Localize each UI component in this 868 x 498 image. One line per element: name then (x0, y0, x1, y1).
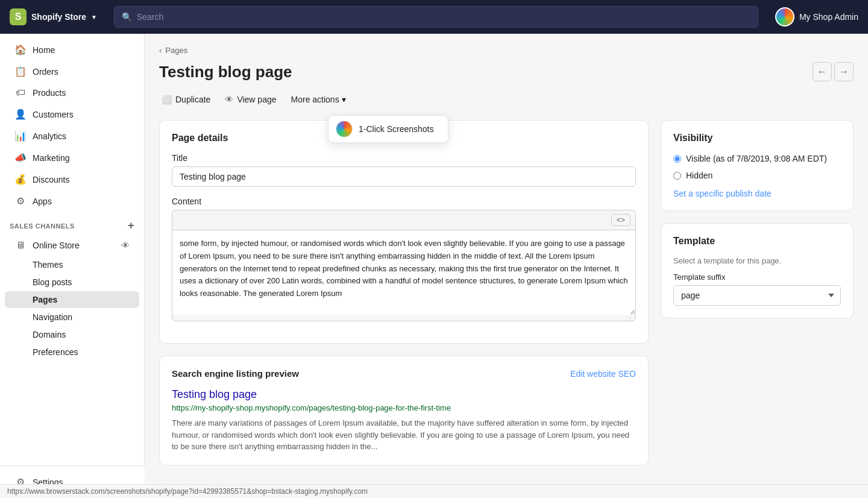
sales-channels-section: SALES CHANNELS + (0, 212, 144, 235)
sidebar-item-marketing[interactable]: 📣 Marketing (5, 147, 139, 168)
hidden-label: Hidden (686, 170, 712, 182)
visible-label: Visible (as of 7/8/2019, 9:08 AM EDT) (686, 153, 827, 165)
eye-icon: 👁 (121, 241, 130, 250)
sidebar-item-online-store[interactable]: 🖥 Online Store 👁 (5, 235, 139, 256)
dropdown-item-label[interactable]: 1-Click Screenshots (359, 124, 434, 134)
search-icon: 🔍 (122, 12, 132, 22)
preferences-label: Preferences (33, 347, 78, 357)
content-grid: Page details Title Content <> some form,… (159, 120, 854, 465)
hidden-option: Hidden (673, 170, 841, 182)
dropdown-popup: 1-Click Screenshots (328, 115, 448, 143)
products-icon: 🏷 (14, 87, 27, 98)
home-icon: 🏠 (14, 44, 27, 55)
editor-toolbar: <> (172, 210, 635, 230)
seo-preview-desc: There are many variations of passages of… (172, 417, 636, 453)
themes-label: Themes (33, 260, 63, 269)
customers-icon: 👤 (14, 109, 27, 120)
duplicate-label: Duplicate (175, 95, 210, 104)
more-actions-label: More actions (291, 95, 339, 104)
source-button[interactable]: <> (611, 214, 631, 226)
title-field-group: Title (172, 153, 636, 187)
sidebar-item-analytics[interactable]: 📊 Analytics (5, 125, 139, 147)
content-editor: <> some form, by injected humour, or ran… (172, 210, 636, 321)
sidebar-label-customers: Customers (33, 110, 74, 119)
duplicate-icon: ⬜ (162, 95, 172, 104)
sidebar-label-apps: Apps (33, 197, 52, 206)
eye-view-icon: 👁 (225, 95, 233, 104)
visibility-card: Visibility Visible (as of 7/8/2019, 9:08… (661, 120, 854, 211)
brand[interactable]: S Shopify Store ▼ (10, 8, 97, 25)
page-title: Testing blog page (159, 63, 292, 81)
visible-option: Visible (as of 7/8/2019, 9:08 AM EDT) (673, 153, 841, 165)
breadcrumb[interactable]: ‹ Pages (159, 46, 854, 55)
seo-header: Search engine listing preview Edit websi… (172, 368, 636, 379)
avatar (775, 7, 794, 27)
back-arrow-icon: ‹ (159, 46, 162, 55)
sales-channels-title: SALES CHANNELS (10, 222, 75, 230)
template-card: Template Select a template for this page… (661, 223, 854, 318)
template-suffix-select[interactable]: page contact faq about (673, 285, 841, 306)
page-header: Testing blog page ← → (159, 62, 854, 81)
view-page-label: View page (237, 95, 276, 104)
sidebar-item-navigation[interactable]: Navigation (5, 309, 139, 326)
sidebar-label-orders: Orders (33, 67, 58, 77)
view-page-button[interactable]: 👁 View page (222, 91, 278, 108)
sidebar: 🏠 Home 📋 Orders 🏷 Products 👤 Customers 📊… (0, 34, 145, 498)
editor-content[interactable]: some form, by injected humour, or random… (172, 230, 635, 315)
sidebar-item-customers[interactable]: 👤 Customers (5, 104, 139, 125)
hidden-radio[interactable] (673, 172, 681, 180)
title-input[interactable] (172, 166, 636, 187)
analytics-icon: 📊 (14, 130, 27, 142)
online-store-label: Online Store (33, 241, 80, 250)
edit-seo-link[interactable]: Edit website SEO (570, 369, 636, 379)
template-desc: Select a template for this page. (673, 256, 841, 265)
sidebar-item-pages[interactable]: Pages (5, 291, 139, 308)
template-suffix-label: Template suffix (673, 273, 841, 282)
page-nav-arrows: ← → (813, 62, 854, 81)
online-store-left: 🖥 Online Store (14, 240, 80, 251)
title-label: Title (172, 153, 636, 163)
shopify-logo: S (10, 8, 27, 25)
dropdown-logo (336, 121, 353, 137)
breadcrumb-pages-link[interactable]: Pages (165, 46, 187, 55)
brand-name: Shopify Store (31, 12, 86, 22)
content-field-group: Content <> some form, by injected humour… (172, 197, 636, 321)
sidebar-item-domains[interactable]: Domains (5, 326, 139, 343)
left-column: Page details Title Content <> some form,… (159, 120, 649, 465)
resize-icon: ⋱ (627, 315, 633, 321)
seo-preview-url: https://my-shopify-shop.myshopify.com/pa… (172, 403, 636, 412)
main-content: ‹ Pages Testing blog page ← → ⬜ Duplicat… (145, 34, 868, 498)
sidebar-item-blog-posts[interactable]: Blog posts (5, 274, 139, 291)
marketing-icon: 📣 (14, 152, 27, 163)
online-store-icon: 🖥 (14, 240, 27, 251)
next-page-button[interactable]: → (834, 62, 854, 81)
visible-radio[interactable] (673, 155, 681, 163)
sidebar-label-products: Products (33, 88, 66, 98)
sidebar-item-home[interactable]: 🏠 Home (5, 39, 139, 60)
blog-posts-label: Blog posts (33, 277, 72, 287)
right-column: Visibility Visible (as of 7/8/2019, 9:08… (661, 120, 854, 465)
prev-page-button[interactable]: ← (813, 62, 832, 81)
brand-chevron-icon: ▼ (91, 14, 97, 20)
seo-title: Search engine listing preview (172, 368, 299, 379)
add-channel-button[interactable]: + (128, 219, 134, 232)
action-bar: ⬜ Duplicate 👁 View page More actions ▾ 1… (159, 91, 854, 108)
sidebar-item-orders[interactable]: 📋 Orders (5, 61, 139, 82)
layout: 🏠 Home 📋 Orders 🏷 Products 👤 Customers 📊… (0, 34, 868, 498)
discounts-icon: 💰 (14, 174, 27, 185)
sidebar-item-themes[interactable]: Themes (5, 256, 139, 273)
more-actions-button[interactable]: More actions ▾ (289, 91, 348, 108)
editor-resize-handle: ⋱ (172, 315, 635, 321)
admin-name: My Shop Admin (799, 12, 858, 22)
publish-date-link[interactable]: Set a specific publish date (673, 189, 841, 198)
status-bar: https://www.browserstack.com/screenshots… (0, 484, 868, 498)
page-details-card: Page details Title Content <> some form,… (159, 120, 649, 344)
search-input[interactable] (137, 12, 750, 22)
apps-icon: ⚙ (14, 195, 27, 207)
sidebar-item-apps[interactable]: ⚙ Apps (5, 191, 139, 212)
seo-preview-title: Testing blog page (172, 388, 636, 401)
sidebar-item-preferences[interactable]: Preferences (5, 344, 139, 361)
sidebar-item-discounts[interactable]: 💰 Discounts (5, 169, 139, 190)
duplicate-button[interactable]: ⬜ Duplicate (159, 91, 213, 108)
sidebar-item-products[interactable]: 🏷 Products (5, 83, 139, 103)
